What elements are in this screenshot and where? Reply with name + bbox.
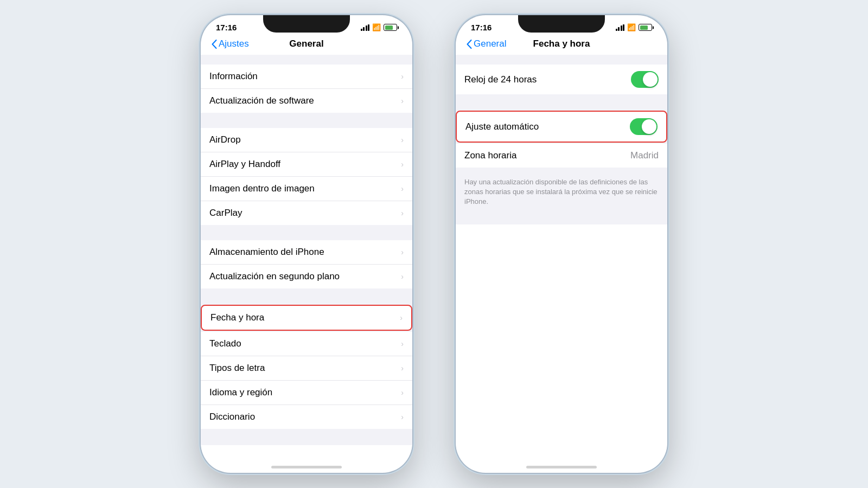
back-button-1[interactable]: Ajustes <box>212 38 249 49</box>
home-indicator-1 <box>271 466 342 468</box>
ajuste-automatico-toggle[interactable] <box>630 118 658 135</box>
ajuste-automatico-item[interactable]: Ajuste automático <box>456 111 667 143</box>
phone-2: 17:16 📶 General Fecha y hora Reloj de 24 <box>456 15 667 473</box>
chevron-icon: › <box>400 313 403 322</box>
home-indicator-2 <box>526 466 597 468</box>
screen-content-1: Información › Actualización de software … <box>201 55 412 445</box>
nav-bar-1: Ajustes General <box>201 35 412 55</box>
list-item[interactable]: Actualización en segundo plano › <box>201 265 412 288</box>
chevron-icon: › <box>401 136 404 144</box>
zona-horaria-item[interactable]: Zona horaria Madrid <box>456 144 667 168</box>
teclado-item[interactable]: Teclado › <box>201 332 412 356</box>
zona-horaria-value: Madrid <box>630 150 659 161</box>
battery-icon-1 <box>384 24 397 31</box>
timezone-note: Hay una actualización disponible de las … <box>456 173 667 214</box>
list-item[interactable]: Almacenamiento del iPhone › <box>201 240 412 265</box>
carplay-item[interactable]: CarPlay › <box>201 201 412 225</box>
nav-title-2: Fecha y hora <box>533 38 590 49</box>
list-item[interactable]: Información › <box>201 65 412 89</box>
reloj-24h-item[interactable]: Reloj de 24 horas <box>456 65 667 94</box>
chevron-icon: › <box>401 184 404 193</box>
chevron-icon: › <box>401 160 404 169</box>
back-label-2: General <box>474 38 506 49</box>
list-item[interactable]: Imagen dentro de imagen › <box>201 177 412 201</box>
section-3: Almacenamiento del iPhone › Actualizació… <box>201 240 412 288</box>
notch-2 <box>518 15 605 33</box>
status-icons-2: 📶 <box>616 24 653 31</box>
chevron-icon: › <box>401 364 404 373</box>
wifi-icon-1: 📶 <box>372 24 381 31</box>
phone-1: 17:16 📶 Ajustes General Información <box>201 15 412 473</box>
section-2: AirDrop › AirPlay y Handoff › Imagen den… <box>201 128 412 225</box>
chevron-icon: › <box>401 248 404 256</box>
screen-content-2: Reloj de 24 horas Ajuste automático Zona… <box>456 55 667 224</box>
back-button-2[interactable]: General <box>467 38 506 49</box>
chevron-icon: › <box>401 209 404 217</box>
list-item[interactable]: Actualización de software › <box>201 89 412 113</box>
chevron-icon: › <box>401 388 404 397</box>
section-4: Fecha y hora › Teclado › Tipos de letra … <box>201 305 412 429</box>
chevron-icon: › <box>401 339 404 348</box>
status-icons-1: 📶 <box>361 24 398 31</box>
signal-icon-2 <box>616 24 625 31</box>
nav-bar-2: General Fecha y hora <box>456 35 667 55</box>
idioma-region-item[interactable]: Idioma y región › <box>201 381 412 405</box>
chevron-icon: › <box>401 272 404 281</box>
airdrop-item[interactable]: AirDrop › <box>201 128 412 152</box>
chevron-icon: › <box>401 72 404 81</box>
back-label-1: Ajustes <box>219 38 249 49</box>
nav-title-1: General <box>289 38 323 49</box>
battery-icon-2 <box>639 24 652 31</box>
airplay-handoff-item[interactable]: AirPlay y Handoff › <box>201 152 412 177</box>
fecha-hora-item[interactable]: Fecha y hora › <box>201 305 412 331</box>
wifi-icon-2: 📶 <box>627 24 636 31</box>
signal-icon-1 <box>361 24 370 31</box>
status-time-2: 17:16 <box>471 23 492 32</box>
chevron-icon: › <box>401 97 404 105</box>
tipos-letra-item[interactable]: Tipos de letra › <box>201 356 412 381</box>
section-1: Información › Actualización de software … <box>201 65 412 113</box>
section-auto-adjust: Ajuste automático Zona horaria Madrid <box>456 111 667 168</box>
notch-1 <box>263 15 350 33</box>
reloj-24h-toggle[interactable] <box>631 71 659 88</box>
chevron-icon: › <box>401 413 404 421</box>
diccionario-item[interactable]: Diccionario › <box>201 405 412 429</box>
section-date-time: Reloj de 24 horas <box>456 65 667 94</box>
status-time-1: 17:16 <box>216 23 237 32</box>
